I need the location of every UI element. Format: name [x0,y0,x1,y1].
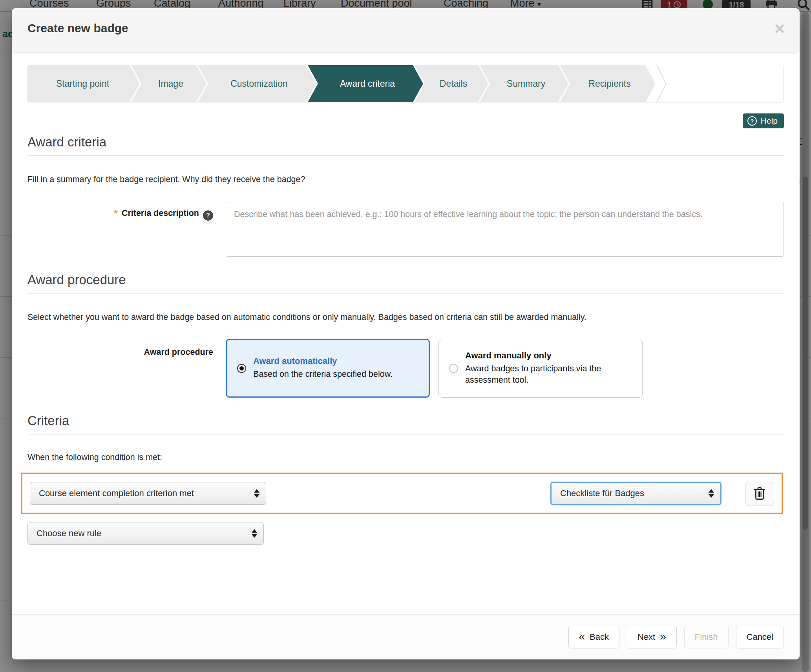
dialog-header: Create new badge × [12,8,800,52]
criteria-heading: Criteria [27,413,784,435]
wizard-step-award-criteria[interactable]: Award criteria [308,65,423,102]
double-chevron-left-icon: « [579,631,585,642]
double-chevron-right-icon: » [660,631,666,642]
option-description: Award badges to participants via the ass… [465,363,622,386]
field-help-icon[interactable]: ? [203,210,213,221]
option-award-automatically[interactable]: Award automatically Based on the criteri… [226,339,430,398]
wizard-step-starting-point[interactable]: Starting point [28,65,140,102]
wizard-step-details[interactable]: Details [415,65,488,102]
condition-intro: When the following condition is met: [27,453,784,462]
wizard-steps-trailing [656,65,784,102]
wizard-step-customization[interactable]: Customization [198,65,316,102]
award-criteria-intro: Fill in a summary for the badge recipien… [27,175,784,184]
select-arrows-icon [709,489,714,498]
next-button[interactable]: Next » [627,626,677,648]
option-award-manually-only[interactable]: Award manually only Award badges to part… [438,339,643,398]
criteria-rule-row-highlighted: Course element completion criterion met … [21,473,783,514]
wizard-step-image[interactable]: Image [131,65,206,102]
option-description: Based on the criteria specified below. [253,369,393,380]
radio-unselected-icon[interactable] [449,364,458,373]
cancel-button[interactable]: Cancel [736,626,784,648]
award-procedure-intro: Select whether you want to award the bad… [27,312,784,322]
criteria-description-label: *Criteria description? [27,202,226,221]
select-arrows-icon [252,529,257,538]
wizard-steps: Starting point Image Customization Award… [27,65,784,102]
dialog-body: Starting point Image Customization Award… [12,52,800,614]
radio-selected-icon[interactable] [237,364,246,373]
select-arrows-icon [254,489,259,498]
option-title: Award manually only [465,351,622,361]
criteria-description-input[interactable] [226,202,784,257]
required-marker: * [114,207,118,219]
rule-type-select[interactable]: Course element completion criterion met [30,482,266,505]
rule-target-select[interactable]: Checkliste für Badges [550,482,721,505]
option-title: Award automatically [253,356,393,366]
finish-button[interactable]: Finish [684,626,729,648]
wizard-step-summary[interactable]: Summary [480,65,568,102]
award-procedure-heading: Award procedure [27,272,784,294]
dialog-footer: « Back Next » Finish Cancel [12,614,800,659]
delete-rule-button[interactable] [745,481,774,506]
wizard-step-recipients[interactable]: Recipients [560,65,656,102]
award-procedure-label: Award procedure [27,339,226,357]
dialog-title: Create new badge [27,22,784,35]
new-rule-select[interactable]: Choose new rule [27,522,264,545]
create-badge-dialog: Create new badge × Starting point Image … [12,8,800,659]
back-button[interactable]: « Back [568,626,620,648]
trash-icon [753,486,766,500]
help-icon: ? [747,116,757,126]
help-button[interactable]: ? Help [743,113,784,128]
close-icon[interactable]: × [774,20,785,37]
award-criteria-heading: Award criteria [27,135,784,156]
